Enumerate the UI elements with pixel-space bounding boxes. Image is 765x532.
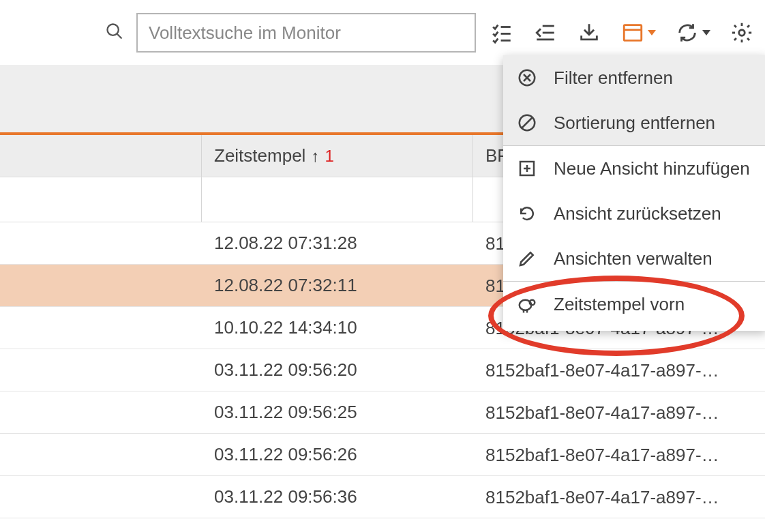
menu-label: Ansichten verwalten xyxy=(554,248,712,269)
views-button[interactable] xyxy=(620,20,656,45)
sort-arrow-icon: ↑ xyxy=(311,147,319,166)
cell xyxy=(0,265,202,306)
plus-square-icon xyxy=(515,157,539,180)
filter-cell[interactable] xyxy=(202,177,473,222)
table-row[interactable]: 03.11.22 09:56:258152baf1-8e07-4a17-a897… xyxy=(0,391,765,434)
cell-bp: 8152baf1-8e07-4a17-a897-… xyxy=(473,476,765,518)
menu-label: Neue Ansicht hinzufügen xyxy=(554,158,750,179)
cell-timestamp: 10.10.22 14:34:10 xyxy=(202,307,473,349)
refresh-button[interactable] xyxy=(675,20,710,45)
table-row[interactable]: 03.11.22 09:56:268152baf1-8e07-4a17-a897… xyxy=(0,434,765,476)
svg-point-10 xyxy=(739,30,745,36)
cell-timestamp: 03.11.22 09:56:25 xyxy=(202,391,473,433)
filter-cell[interactable] xyxy=(0,177,202,222)
sort-index: 1 xyxy=(325,147,333,166)
menu-sort-remove[interactable]: Sortierung entfernen xyxy=(503,100,765,145)
gear-icon[interactable] xyxy=(730,20,754,45)
chevron-down-icon xyxy=(702,30,710,35)
svg-rect-8 xyxy=(624,25,642,41)
cell xyxy=(0,434,202,475)
cell xyxy=(0,307,202,349)
svg-point-0 xyxy=(108,25,119,35)
checklist-icon[interactable] xyxy=(490,20,514,45)
cell xyxy=(0,476,202,518)
undo-icon xyxy=(515,202,539,225)
search-input[interactable] xyxy=(136,13,476,53)
menu-label: Filter entfernen xyxy=(554,68,673,89)
cell xyxy=(0,391,202,433)
cell-timestamp: 12.08.22 07:31:28 xyxy=(202,222,473,264)
table-row[interactable]: 03.11.22 09:56:208152baf1-8e07-4a17-a897… xyxy=(0,349,765,391)
cell-bp: 8152baf1-8e07-4a17-a897-… xyxy=(473,391,765,433)
download-icon[interactable] xyxy=(577,20,601,45)
header-label: Zeitstempel xyxy=(214,145,305,166)
kiwi-icon xyxy=(515,293,539,316)
window-icon xyxy=(620,20,645,45)
refresh-icon xyxy=(675,20,700,45)
pencil-icon xyxy=(515,247,539,270)
search-icon xyxy=(105,22,124,44)
menu-manage-views[interactable]: Ansichten verwalten xyxy=(503,236,765,281)
cell-bp: 8152baf1-8e07-4a17-a897-… xyxy=(473,434,765,475)
views-menu: Filter entfernen Sortierung entfernen Ne… xyxy=(503,55,765,331)
outdent-icon[interactable] xyxy=(533,20,558,45)
cell-timestamp: 03.11.22 09:56:26 xyxy=(202,434,473,475)
cell-timestamp: 03.11.22 09:56:20 xyxy=(202,349,473,391)
menu-timestamp-front[interactable]: Zeitstempel vorn xyxy=(503,282,765,327)
header-col-empty[interactable] xyxy=(0,135,202,177)
table-row[interactable]: 03.11.22 09:56:368152baf1-8e07-4a17-a897… xyxy=(0,476,765,518)
svg-point-20 xyxy=(530,300,535,306)
toolbar-icons xyxy=(490,20,754,45)
cell-timestamp: 12.08.22 07:32:11 xyxy=(202,265,473,306)
x-circle-icon xyxy=(515,66,539,89)
chevron-down-icon xyxy=(648,30,656,35)
menu-label: Ansicht zurücksetzen xyxy=(554,203,721,224)
cell xyxy=(0,349,202,391)
search-wrap xyxy=(105,13,476,53)
header-col-timestamp[interactable]: Zeitstempel ↑ 1 xyxy=(202,135,473,177)
svg-line-15 xyxy=(522,118,532,128)
menu-label: Zeitstempel vorn xyxy=(554,294,685,315)
cell-timestamp: 03.11.22 09:56:36 xyxy=(202,476,473,518)
menu-reset-view[interactable]: Ansicht zurücksetzen xyxy=(503,191,765,236)
svg-line-1 xyxy=(117,34,122,39)
cell xyxy=(0,222,202,264)
ban-icon xyxy=(515,111,539,134)
menu-add-view[interactable]: Neue Ansicht hinzufügen xyxy=(503,146,765,191)
menu-filter-remove[interactable]: Filter entfernen xyxy=(503,55,765,100)
menu-label: Sortierung entfernen xyxy=(554,113,715,134)
cell-bp: 8152baf1-8e07-4a17-a897-… xyxy=(473,349,765,391)
